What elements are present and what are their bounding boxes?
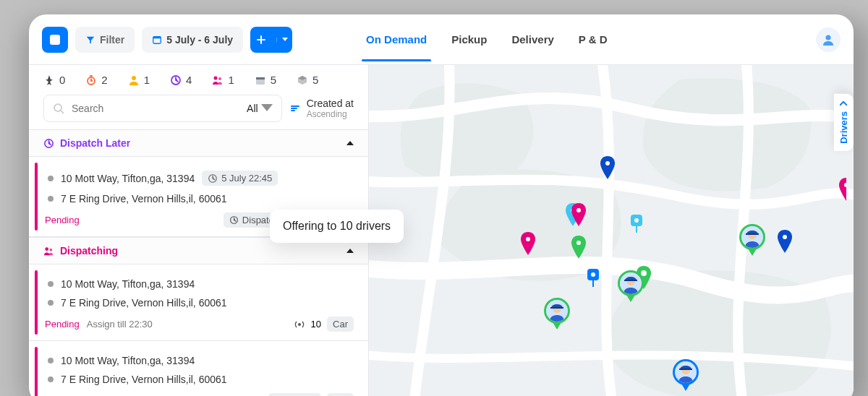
timer-icon	[85, 74, 97, 86]
svg-point-29	[634, 218, 639, 223]
svg-rect-30	[636, 225, 637, 233]
map-pin[interactable]	[599, 156, 616, 181]
status-box[interactable]: 5	[297, 74, 318, 86]
order-stop: 10 Mott Way, Tifton,ga, 31394	[45, 351, 354, 370]
svg-point-8	[218, 77, 221, 80]
app-window: Filter 5 July - 6 July On DemandPickupDe…	[29, 14, 854, 396]
plus-icon	[256, 35, 266, 45]
sort-icon	[289, 103, 301, 114]
chevron-down-icon	[841, 101, 848, 107]
map-pin[interactable]	[838, 178, 854, 202]
driver-marker[interactable]	[544, 298, 570, 324]
order-stop: 7 E Ring Drive, Vernon Hills,il, 60061	[45, 293, 354, 312]
order-stop: 10 Mott Way, Tifton,ga, 31394	[45, 275, 354, 293]
person-icon	[128, 74, 140, 86]
svg-rect-1	[153, 36, 161, 38]
chevron-up-icon	[346, 141, 354, 145]
tab-p-d[interactable]: P & D	[570, 17, 616, 61]
chevron-up-icon	[346, 249, 354, 253]
map-pin[interactable]	[584, 267, 602, 289]
order-card[interactable]: 10 Mott Way, Tifton,ga, 313947 E Ring Dr…	[29, 264, 368, 341]
offering-tooltip: Offering to 10 drivers	[270, 210, 404, 243]
status-timer[interactable]: 2	[85, 74, 107, 86]
svg-point-17	[49, 248, 52, 251]
date-range-button[interactable]: 5 July - 6 July	[142, 27, 243, 53]
date-range-label: 5 July - 6 July	[166, 34, 233, 46]
svg-point-26	[591, 272, 595, 277]
offer-count: 10	[311, 319, 321, 330]
svg-line-12	[61, 111, 64, 113]
svg-point-34	[576, 208, 581, 212]
order-stop: 10 Mott Way, Tifton,ga, 313945 July 22:4…	[45, 167, 354, 189]
svg-rect-27	[592, 280, 594, 287]
svg-rect-48	[679, 369, 692, 370]
tab-on-demand[interactable]: On Demand	[357, 17, 435, 61]
driver-marker[interactable]	[739, 224, 765, 250]
map[interactable]: Drivers	[369, 65, 854, 396]
status-package[interactable]: 5	[255, 74, 276, 86]
filter-icon	[85, 35, 95, 45]
status-pin[interactable]: 0	[43, 74, 65, 86]
svg-point-36	[844, 183, 848, 187]
svg-point-33	[526, 237, 530, 241]
map-pin[interactable]	[776, 230, 793, 254]
box-icon	[297, 74, 308, 86]
order-stop: 7 E Ring Drive, Vernon Hills,il, 60061	[45, 370, 354, 389]
search-input-container: All	[43, 95, 282, 122]
driver-marker[interactable]	[673, 359, 699, 385]
map-pin[interactable]	[570, 203, 587, 228]
tab-delivery[interactable]: Delivery	[503, 17, 562, 61]
section-header-dispatch-later[interactable]: Dispatch Later	[29, 129, 368, 157]
user-avatar[interactable]	[816, 27, 841, 52]
toolbar: Filter 5 July - 6 July On DemandPickupDe…	[29, 14, 854, 65]
people-icon	[43, 246, 54, 257]
person-icon	[822, 33, 835, 46]
svg-point-11	[54, 104, 61, 111]
people-icon	[212, 74, 224, 86]
drivers-panel-toggle[interactable]: Drivers	[834, 94, 854, 151]
search-scope-selector[interactable]: All	[247, 103, 273, 114]
svg-rect-39	[550, 307, 563, 309]
order-stop: 7 E Ring Drive, Vernon Hills,il, 60061	[45, 189, 354, 208]
order-status: Pending	[45, 319, 80, 330]
svg-point-22	[605, 161, 610, 165]
status-counters: 0214155	[29, 65, 368, 95]
clock-icon	[43, 138, 54, 149]
chevron-down-icon	[261, 103, 273, 114]
order-card[interactable]: 10 Mott Way, Tifton,ga, 313947 E Ring Dr…	[29, 341, 368, 396]
search-icon	[53, 103, 64, 114]
driver-marker[interactable]	[618, 270, 644, 296]
clock-icon	[170, 74, 182, 86]
svg-point-5	[132, 76, 136, 80]
scheduled-time-badge: 5 July 22:45	[202, 171, 278, 186]
svg-rect-42	[624, 280, 637, 281]
sort-selector[interactable]: Created at Ascending	[289, 98, 354, 119]
filter-button[interactable]: Filter	[75, 27, 135, 53]
svg-point-2	[826, 35, 831, 40]
search-input[interactable]	[70, 102, 241, 115]
calendar-icon	[152, 35, 162, 45]
svg-rect-10	[256, 77, 265, 79]
status-person[interactable]: 1	[128, 74, 150, 86]
svg-point-16	[45, 247, 48, 251]
status-people[interactable]: 1	[212, 74, 234, 86]
badge-car: Car	[327, 393, 354, 396]
chevron-down-icon	[282, 38, 288, 42]
delivery-type-tabs: On DemandPickupDeliveryP & D	[357, 17, 809, 61]
map-pin[interactable]	[628, 213, 645, 235]
sort-title: Created at	[307, 98, 354, 109]
status-clock[interactable]: 4	[170, 74, 192, 86]
assign-deadline: Assign till 22:30	[87, 319, 153, 330]
sort-direction: Ascending	[307, 109, 354, 119]
broadcast-icon	[294, 319, 305, 330]
tab-pickup[interactable]: Pickup	[443, 17, 495, 61]
map-pin[interactable]	[519, 232, 537, 257]
order-status: Pending	[45, 215, 80, 225]
svg-point-7	[214, 76, 218, 79]
badge-car: Car	[327, 317, 354, 332]
app-menu-button[interactable]	[42, 27, 68, 53]
map-pin[interactable]	[570, 236, 587, 260]
svg-point-31	[576, 241, 581, 245]
add-button[interactable]	[250, 27, 292, 53]
svg-rect-4	[90, 75, 93, 77]
